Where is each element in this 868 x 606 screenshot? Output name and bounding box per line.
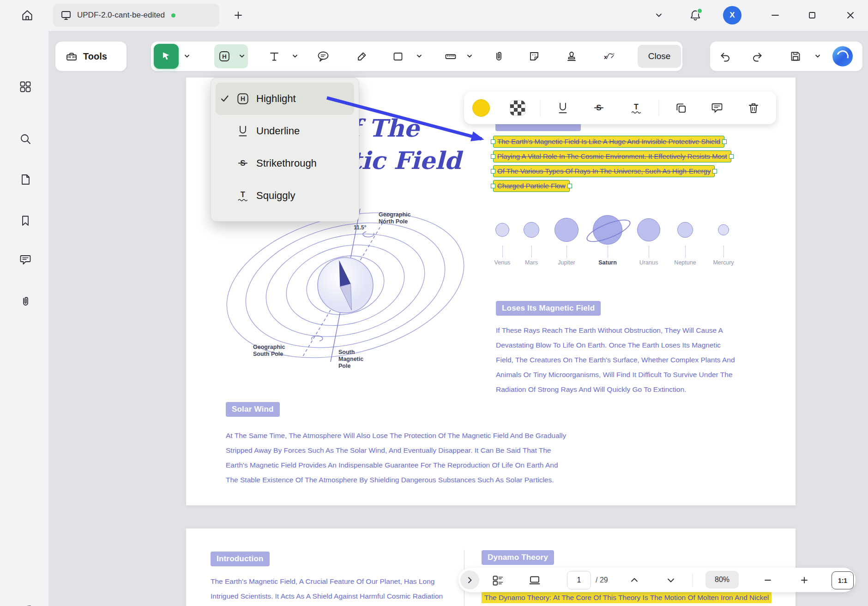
underline-icon: [556, 101, 570, 115]
text-icon: [268, 50, 280, 62]
bookmark-icon: [19, 215, 31, 227]
close-icon: [846, 11, 855, 20]
page-navigation-bar: 1 / 29 80% 1:1: [458, 568, 856, 592]
planet-neptune: [677, 222, 693, 238]
zoom-in-button[interactable]: [800, 576, 808, 584]
section-badge-introduction: Introduction: [211, 552, 270, 566]
attach-tool-button[interactable]: [492, 50, 505, 63]
zoom-out-button[interactable]: [764, 576, 772, 584]
ai-assistant-button[interactable]: [832, 46, 853, 66]
thumbnail-list-icon: [492, 574, 504, 586]
squiggly-button[interactable]: T: [629, 101, 643, 115]
previous-page-button[interactable]: [630, 576, 639, 584]
stamp-icon: [566, 50, 578, 62]
page-icon: [19, 174, 31, 186]
sidebar-item-dashboard[interactable]: [15, 77, 36, 97]
signature-tool-button[interactable]: x: [602, 50, 615, 63]
stamp-tool-button[interactable]: [566, 50, 578, 62]
text-tool-button[interactable]: [268, 50, 280, 62]
text-tool-dropdown[interactable]: [293, 54, 298, 58]
planet-label: Jupiter: [546, 259, 587, 266]
chevron-down-icon: [667, 576, 675, 584]
comment-icon: [19, 253, 32, 266]
shape-tool-dropdown[interactable]: [417, 54, 422, 58]
measure-tool-dropdown[interactable]: [467, 54, 472, 58]
pen-tool-button[interactable]: [356, 50, 368, 62]
notifications-button[interactable]: [685, 5, 705, 25]
actual-size-button[interactable]: 1:1: [832, 571, 854, 589]
sidebar-item-attachments[interactable]: [15, 291, 36, 312]
redo-button[interactable]: [751, 50, 763, 62]
toolbar-divider: [540, 100, 541, 116]
save-dropdown[interactable]: [815, 54, 820, 58]
maximize-button[interactable]: [802, 5, 822, 25]
chevron-right-icon: [466, 576, 474, 584]
checker-color-icon: [510, 100, 525, 116]
save-icon: [790, 50, 802, 62]
strikethrough-button[interactable]: S: [592, 101, 606, 115]
select-tool-button[interactable]: [154, 44, 179, 69]
planet-uranus: [637, 218, 660, 241]
highlight-tool-dropdown[interactable]: [240, 54, 245, 58]
note-comment-tool-button[interactable]: [317, 50, 330, 63]
tools-button[interactable]: Tools: [55, 42, 127, 71]
highlight-annotation-line[interactable]: Of The Various Types Of Rays In The Univ…: [493, 165, 715, 177]
measure-tool-button[interactable]: [445, 50, 457, 62]
south-geographic-label: Geographic South Pole: [253, 344, 285, 358]
chevron-down-icon: [185, 54, 190, 58]
comment-bubble-icon: [711, 102, 723, 114]
highlight-icon: H: [218, 50, 231, 63]
tab-title: UPDF-2.0-cant-be-edited: [77, 11, 165, 20]
solar-paragraph: At The Same Time, The Atmosphere Will Al…: [226, 428, 566, 487]
chevron-down-icon: [240, 54, 245, 58]
custom-color-button[interactable]: [510, 100, 525, 116]
sidebar-item-bookmarks[interactable]: [15, 210, 36, 231]
svg-text:T: T: [634, 102, 639, 111]
account-avatar[interactable]: X: [723, 6, 741, 24]
menu-item-squiggly[interactable]: T Squiggly: [216, 180, 354, 212]
save-button[interactable]: [790, 50, 802, 62]
axis-angle-label: 11.5°: [354, 224, 367, 231]
document-tab[interactable]: UPDF-2.0-cant-be-edited: [53, 4, 219, 27]
ruler-icon: [445, 50, 457, 62]
loses-paragraph: If These Rays Reach The Earth Without Ob…: [496, 323, 735, 397]
minimize-button[interactable]: [765, 5, 785, 25]
highlight-annotation-line[interactable]: The Earth's Magnetic Field Is Like A Hug…: [493, 136, 724, 148]
chevron-down-icon: [417, 54, 422, 58]
shape-tool-button[interactable]: [392, 50, 404, 62]
search-icon: [19, 132, 32, 145]
redo-icon: [751, 50, 763, 62]
page-number-input[interactable]: 1: [567, 571, 591, 589]
highlight-annotation-line[interactable]: Charged Particle Flow: [493, 180, 570, 192]
reading-mode-button[interactable]: [529, 574, 541, 586]
close-tool-button[interactable]: Close: [638, 45, 681, 68]
sidebar-item-pages[interactable]: [15, 169, 36, 190]
comment-button[interactable]: [711, 102, 723, 114]
delete-button[interactable]: [747, 102, 760, 114]
intro-paragraph: The Earth's Magnetic Field, A Crucial Fe…: [211, 574, 443, 604]
home-button[interactable]: [17, 5, 38, 26]
expand-panel-button[interactable]: [460, 570, 479, 589]
unsaved-indicator-dot: [171, 13, 175, 18]
highlight-annotation-line[interactable]: Playing A Vital Role In The Cosmic Envir…: [493, 150, 731, 162]
planet-label: Saturn: [587, 259, 628, 266]
next-page-button[interactable]: [667, 576, 675, 584]
planet-label: Mercury: [703, 259, 744, 266]
check-icon: [220, 94, 236, 103]
annotation-arrow: [321, 90, 501, 152]
zoom-level-button[interactable]: 80%: [705, 571, 739, 588]
copy-button[interactable]: [675, 102, 687, 114]
highlight-tool-button[interactable]: H: [218, 50, 231, 63]
undo-button[interactable]: [719, 50, 731, 62]
close-window-button[interactable]: [840, 5, 861, 25]
thumbnail-view-button[interactable]: [492, 574, 504, 586]
sidebar-item-comments[interactable]: [15, 250, 36, 270]
sticker-tool-button[interactable]: [528, 50, 540, 62]
underline-button[interactable]: [556, 101, 570, 115]
select-tool-dropdown[interactable]: [185, 54, 190, 58]
sidebar-item-search[interactable]: [15, 129, 36, 149]
new-tab-button[interactable]: [228, 5, 248, 25]
tabs-dropdown-button[interactable]: [649, 5, 669, 25]
undo-icon: [719, 50, 731, 62]
chevron-up-icon: [630, 576, 639, 584]
